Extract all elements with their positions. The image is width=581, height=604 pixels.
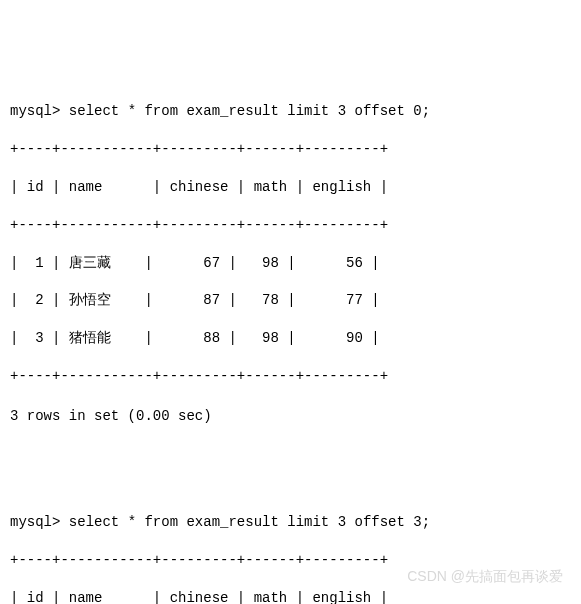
prompt-line: mysql> select * from exam_result limit 3…	[10, 513, 571, 532]
result-summary: 3 rows in set (0.00 sec)	[10, 407, 571, 426]
mysql-prompt: mysql>	[10, 103, 60, 119]
prompt-line: mysql> select * from exam_result limit 3…	[10, 102, 571, 121]
table-header: | id | name | chinese | math | english |	[10, 589, 571, 604]
query-block-0: mysql> select * from exam_result limit 3…	[10, 84, 571, 445]
query-block-1: mysql> select * from exam_result limit 3…	[10, 494, 571, 604]
sql-query: select * from exam_result limit 3 offset…	[69, 514, 430, 530]
table-header: | id | name | chinese | math | english |	[10, 178, 571, 197]
table-row: | 2 | 孙悟空 | 87 | 78 | 77 |	[10, 291, 571, 310]
table-row: | 3 | 猪悟能 | 88 | 98 | 90 |	[10, 329, 571, 348]
watermark-text: CSDN @先搞面包再谈爱	[407, 567, 563, 586]
mysql-prompt: mysql>	[10, 514, 60, 530]
table-border-top: +----+-----------+---------+------+-----…	[10, 140, 571, 159]
table-border-mid: +----+-----------+---------+------+-----…	[10, 216, 571, 235]
table-row: | 1 | 唐三藏 | 67 | 98 | 56 |	[10, 254, 571, 273]
table-border-bottom: +----+-----------+---------+------+-----…	[10, 367, 571, 386]
sql-query: select * from exam_result limit 3 offset…	[69, 103, 430, 119]
